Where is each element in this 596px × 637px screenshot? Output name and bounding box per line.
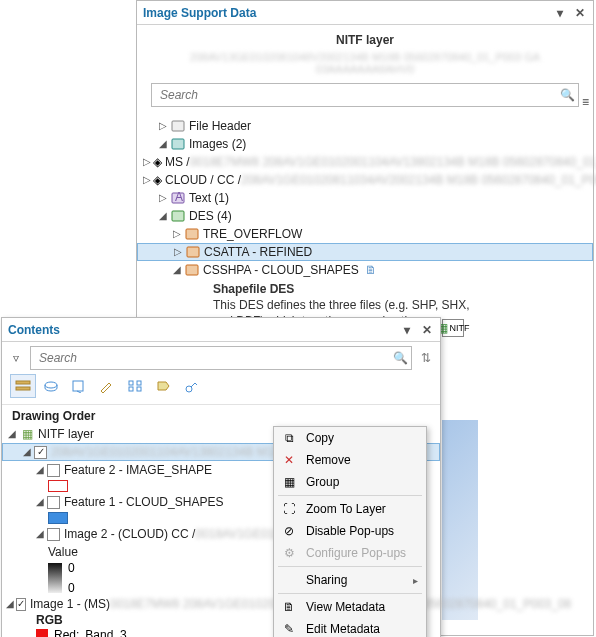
svg-rect-13 (137, 381, 141, 385)
collapse-icon[interactable]: ◢ (34, 497, 45, 508)
svg-rect-1 (172, 139, 184, 149)
des-item-icon (184, 263, 200, 277)
value-max: 0 (68, 561, 75, 575)
isd-identifier-obscured: 208AV13GE0102081048V2002134B M18B 056028… (137, 49, 593, 83)
tree-row-csshpa[interactable]: ◢ CSSHPA - CLOUD_SHAPES 🗎 (143, 261, 587, 279)
svg-rect-6 (187, 247, 199, 257)
expand-icon[interactable]: ▷ (157, 121, 168, 132)
expand-icon[interactable]: ▷ (157, 193, 168, 204)
text-icon: A (170, 191, 186, 205)
nitf-tab[interactable]: ▦ NITF (442, 319, 464, 337)
group-icon: ▦ (280, 475, 298, 489)
tree-row-text[interactable]: ▷ A Text (1) (143, 189, 587, 207)
svg-rect-0 (172, 121, 184, 131)
svg-rect-4 (172, 211, 184, 221)
tool-list-by-labeling[interactable] (150, 374, 176, 398)
menu-item-edit-metadata[interactable]: ✎Edit Metadata (274, 618, 426, 637)
search-icon[interactable]: 🔍 (556, 88, 578, 102)
updown-icon[interactable]: ⇅ (418, 351, 434, 365)
images-icon (170, 137, 186, 151)
chevron-right-icon: ▸ (413, 575, 418, 586)
menu-separator (278, 495, 422, 496)
visibility-checkbox[interactable]: ✓ (16, 598, 26, 611)
context-menu: ⧉Copy ✕Remove ▦Group ⛶Zoom To Layer ⊘Dis… (273, 426, 427, 637)
tool-list-by-selection[interactable] (66, 374, 92, 398)
visibility-checkbox[interactable] (47, 496, 60, 509)
collapse-icon[interactable]: ◢ (34, 529, 45, 540)
search-icon[interactable]: 🔍 (389, 351, 411, 365)
drawing-order-heading: Drawing Order (2, 405, 440, 425)
isd-search[interactable]: 🔍 (151, 83, 579, 107)
menu-item-view-metadata[interactable]: 🗎View Metadata (274, 596, 426, 618)
tool-list-by-perception[interactable] (178, 374, 204, 398)
layer-icon: ◈ (153, 155, 162, 169)
tool-list-by-snapping[interactable] (122, 374, 148, 398)
visibility-checkbox[interactable] (47, 464, 60, 477)
tree-row-tre[interactable]: ▷ TRE_OVERFLOW (143, 225, 587, 243)
menu-separator (278, 593, 422, 594)
menu-item-group[interactable]: ▦Group (274, 471, 426, 493)
svg-point-10 (45, 382, 57, 388)
symbol-swatch-red[interactable] (48, 480, 68, 492)
menu-icon[interactable]: ≡ (582, 95, 589, 109)
contents-search[interactable]: 🔍 (30, 346, 412, 370)
pin-icon[interactable]: ▾ (400, 323, 414, 337)
svg-rect-5 (186, 229, 198, 239)
menu-separator (278, 566, 422, 567)
tree-row-des[interactable]: ◢ DES (4) (143, 207, 587, 225)
tool-list-by-drawing[interactable] (10, 374, 36, 398)
tree-row-ms[interactable]: ▷ ◈ MS / 0018E7MW8 208AV1GE0102001104AV1… (143, 153, 587, 171)
menu-item-zoom[interactable]: ⛶Zoom To Layer (274, 498, 426, 520)
menu-item-disable-popups[interactable]: ⊘Disable Pop-ups (274, 520, 426, 542)
isd-search-input[interactable] (152, 88, 556, 102)
red-swatch (36, 629, 48, 637)
collapse-icon[interactable]: ◢ (6, 599, 14, 610)
svg-rect-7 (186, 265, 198, 275)
tree-row-cloud[interactable]: ▷ ◈ CLOUD / CC / 208AV1GE01020811034AV20… (143, 171, 587, 189)
visibility-checkbox[interactable] (47, 528, 60, 541)
expand-icon[interactable]: ▷ (171, 229, 182, 240)
value-min: 0 (68, 581, 75, 595)
symbol-swatch-blue[interactable] (48, 512, 68, 524)
zoom-icon: ⛶ (280, 502, 298, 516)
tool-list-by-source[interactable] (38, 374, 64, 398)
collapse-icon[interactable]: ◢ (157, 139, 168, 150)
layer-icon: ◈ (153, 173, 162, 187)
svg-rect-12 (129, 381, 133, 385)
menu-item-remove[interactable]: ✕Remove (274, 449, 426, 471)
file-icon (170, 119, 186, 133)
des-item-icon (184, 227, 200, 241)
tree-row-images[interactable]: ◢ Images (2) (143, 135, 587, 153)
collapse-icon[interactable]: ◢ (157, 211, 168, 222)
expand-icon[interactable]: ▷ (172, 247, 183, 258)
contents-titlebar: Contents ▾ ✕ (2, 318, 440, 342)
tool-list-by-editing[interactable] (94, 374, 120, 398)
tree-row-csatta-selected[interactable]: ▷ CSATTA - REFINED (137, 243, 593, 261)
close-icon[interactable]: ✕ (420, 323, 434, 337)
configure-popup-icon: ⚙ (280, 546, 298, 560)
doc-icon: 🗎 (363, 263, 379, 277)
expand-icon[interactable]: ▷ (143, 157, 151, 168)
pin-icon[interactable]: ▾ (553, 6, 567, 20)
isd-titlebar: Image Support Data ▾ ✕ (137, 1, 593, 25)
contents-search-input[interactable] (31, 351, 389, 365)
visibility-checkbox[interactable]: ✓ (34, 446, 47, 459)
collapse-icon[interactable]: ◢ (171, 265, 182, 276)
remove-icon: ✕ (280, 453, 298, 467)
collapse-icon[interactable]: ◢ (21, 447, 32, 458)
svg-rect-11 (73, 381, 83, 391)
isd-subtitle: NITF layer (137, 25, 593, 49)
menu-item-copy[interactable]: ⧉Copy (274, 427, 426, 449)
menu-item-configure-popups: ⚙Configure Pop-ups (274, 542, 426, 564)
close-icon[interactable]: ✕ (573, 6, 587, 20)
group-layer-icon: ▦ (19, 427, 35, 441)
contents-title-text: Contents (8, 323, 60, 337)
menu-item-sharing[interactable]: Sharing▸ (274, 569, 426, 591)
collapse-icon[interactable]: ◢ (34, 465, 45, 476)
collapse-icon[interactable]: ◢ (6, 429, 17, 440)
tree-row-file-header[interactable]: ▷ File Header (143, 117, 587, 135)
filter-icon[interactable]: ▿ (8, 351, 24, 365)
des-icon (170, 209, 186, 223)
value-gradient (48, 563, 62, 593)
expand-icon[interactable]: ▷ (143, 175, 151, 186)
